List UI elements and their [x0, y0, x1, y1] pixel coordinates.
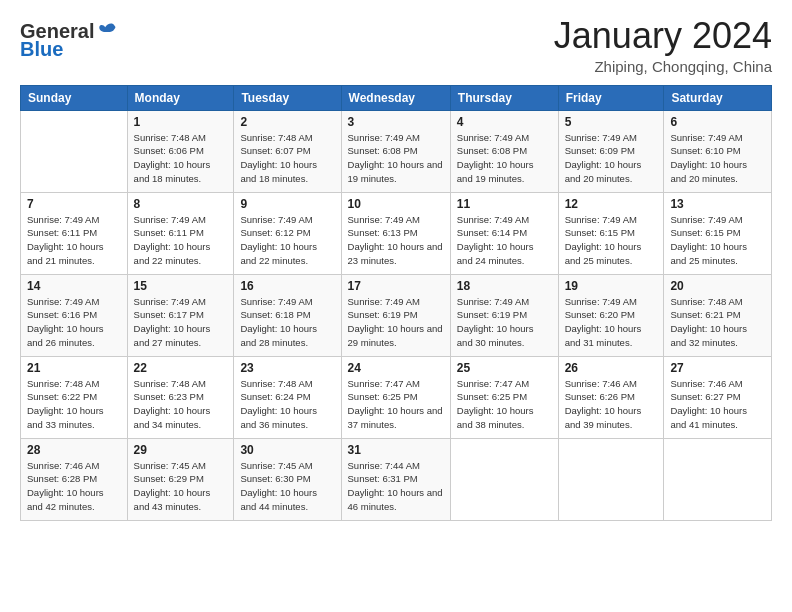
calendar-cell: 22Sunrise: 7:48 AMSunset: 6:23 PMDayligh…: [127, 356, 234, 438]
calendar-header-row: Sunday Monday Tuesday Wednesday Thursday…: [21, 85, 772, 110]
calendar-cell: [450, 438, 558, 520]
calendar-cell: 8Sunrise: 7:49 AMSunset: 6:11 PMDaylight…: [127, 192, 234, 274]
calendar-cell: 19Sunrise: 7:49 AMSunset: 6:20 PMDayligh…: [558, 274, 664, 356]
day-number: 25: [457, 361, 552, 375]
day-number: 24: [348, 361, 444, 375]
calendar-cell: 1Sunrise: 7:48 AMSunset: 6:06 PMDaylight…: [127, 110, 234, 192]
calendar-week-row-1: 7Sunrise: 7:49 AMSunset: 6:11 PMDaylight…: [21, 192, 772, 274]
calendar-cell: 31Sunrise: 7:44 AMSunset: 6:31 PMDayligh…: [341, 438, 450, 520]
calendar-cell: [558, 438, 664, 520]
day-number: 22: [134, 361, 228, 375]
day-number: 3: [348, 115, 444, 129]
day-detail: Sunrise: 7:49 AMSunset: 6:09 PMDaylight:…: [565, 131, 658, 186]
day-number: 28: [27, 443, 121, 457]
day-detail: Sunrise: 7:49 AMSunset: 6:11 PMDaylight:…: [134, 213, 228, 268]
calendar-cell: 20Sunrise: 7:48 AMSunset: 6:21 PMDayligh…: [664, 274, 772, 356]
calendar-cell: 2Sunrise: 7:48 AMSunset: 6:07 PMDaylight…: [234, 110, 341, 192]
calendar-cell: 6Sunrise: 7:49 AMSunset: 6:10 PMDaylight…: [664, 110, 772, 192]
day-number: 20: [670, 279, 765, 293]
day-number: 16: [240, 279, 334, 293]
calendar-week-row-2: 14Sunrise: 7:49 AMSunset: 6:16 PMDayligh…: [21, 274, 772, 356]
calendar-cell: 28Sunrise: 7:46 AMSunset: 6:28 PMDayligh…: [21, 438, 128, 520]
day-detail: Sunrise: 7:45 AMSunset: 6:30 PMDaylight:…: [240, 459, 334, 514]
day-number: 15: [134, 279, 228, 293]
calendar-cell: 12Sunrise: 7:49 AMSunset: 6:15 PMDayligh…: [558, 192, 664, 274]
day-detail: Sunrise: 7:46 AMSunset: 6:28 PMDaylight:…: [27, 459, 121, 514]
day-detail: Sunrise: 7:46 AMSunset: 6:26 PMDaylight:…: [565, 377, 658, 432]
col-saturday: Saturday: [664, 85, 772, 110]
day-detail: Sunrise: 7:48 AMSunset: 6:22 PMDaylight:…: [27, 377, 121, 432]
calendar-cell: 9Sunrise: 7:49 AMSunset: 6:12 PMDaylight…: [234, 192, 341, 274]
calendar-cell: 5Sunrise: 7:49 AMSunset: 6:09 PMDaylight…: [558, 110, 664, 192]
day-detail: Sunrise: 7:46 AMSunset: 6:27 PMDaylight:…: [670, 377, 765, 432]
day-detail: Sunrise: 7:48 AMSunset: 6:23 PMDaylight:…: [134, 377, 228, 432]
header: General Blue January 2024 Zhiping, Chong…: [20, 16, 772, 75]
day-number: 7: [27, 197, 121, 211]
day-detail: Sunrise: 7:49 AMSunset: 6:18 PMDaylight:…: [240, 295, 334, 350]
calendar-cell: 21Sunrise: 7:48 AMSunset: 6:22 PMDayligh…: [21, 356, 128, 438]
day-number: 12: [565, 197, 658, 211]
day-detail: Sunrise: 7:49 AMSunset: 6:15 PMDaylight:…: [565, 213, 658, 268]
calendar-cell: 27Sunrise: 7:46 AMSunset: 6:27 PMDayligh…: [664, 356, 772, 438]
calendar-cell: 10Sunrise: 7:49 AMSunset: 6:13 PMDayligh…: [341, 192, 450, 274]
day-detail: Sunrise: 7:49 AMSunset: 6:08 PMDaylight:…: [457, 131, 552, 186]
calendar-cell: 13Sunrise: 7:49 AMSunset: 6:15 PMDayligh…: [664, 192, 772, 274]
day-number: 11: [457, 197, 552, 211]
col-monday: Monday: [127, 85, 234, 110]
page: General Blue January 2024 Zhiping, Chong…: [0, 0, 792, 612]
day-number: 8: [134, 197, 228, 211]
calendar-cell: 24Sunrise: 7:47 AMSunset: 6:25 PMDayligh…: [341, 356, 450, 438]
day-detail: Sunrise: 7:49 AMSunset: 6:14 PMDaylight:…: [457, 213, 552, 268]
col-tuesday: Tuesday: [234, 85, 341, 110]
day-number: 10: [348, 197, 444, 211]
day-detail: Sunrise: 7:49 AMSunset: 6:19 PMDaylight:…: [457, 295, 552, 350]
day-number: 4: [457, 115, 552, 129]
day-number: 19: [565, 279, 658, 293]
day-detail: Sunrise: 7:44 AMSunset: 6:31 PMDaylight:…: [348, 459, 444, 514]
calendar-cell: [21, 110, 128, 192]
day-detail: Sunrise: 7:45 AMSunset: 6:29 PMDaylight:…: [134, 459, 228, 514]
day-detail: Sunrise: 7:48 AMSunset: 6:24 PMDaylight:…: [240, 377, 334, 432]
calendar-cell: 17Sunrise: 7:49 AMSunset: 6:19 PMDayligh…: [341, 274, 450, 356]
calendar-cell: 4Sunrise: 7:49 AMSunset: 6:08 PMDaylight…: [450, 110, 558, 192]
day-number: 1: [134, 115, 228, 129]
calendar-cell: 23Sunrise: 7:48 AMSunset: 6:24 PMDayligh…: [234, 356, 341, 438]
day-detail: Sunrise: 7:49 AMSunset: 6:17 PMDaylight:…: [134, 295, 228, 350]
day-detail: Sunrise: 7:49 AMSunset: 6:11 PMDaylight:…: [27, 213, 121, 268]
calendar-cell: 30Sunrise: 7:45 AMSunset: 6:30 PMDayligh…: [234, 438, 341, 520]
day-number: 26: [565, 361, 658, 375]
col-sunday: Sunday: [21, 85, 128, 110]
day-number: 5: [565, 115, 658, 129]
logo: General Blue: [20, 20, 118, 60]
calendar-cell: 14Sunrise: 7:49 AMSunset: 6:16 PMDayligh…: [21, 274, 128, 356]
logo-bird-icon: [96, 20, 118, 42]
day-detail: Sunrise: 7:49 AMSunset: 6:15 PMDaylight:…: [670, 213, 765, 268]
day-detail: Sunrise: 7:49 AMSunset: 6:20 PMDaylight:…: [565, 295, 658, 350]
calendar-week-row-3: 21Sunrise: 7:48 AMSunset: 6:22 PMDayligh…: [21, 356, 772, 438]
calendar-cell: 29Sunrise: 7:45 AMSunset: 6:29 PMDayligh…: [127, 438, 234, 520]
day-detail: Sunrise: 7:49 AMSunset: 6:08 PMDaylight:…: [348, 131, 444, 186]
col-friday: Friday: [558, 85, 664, 110]
day-number: 21: [27, 361, 121, 375]
day-detail: Sunrise: 7:49 AMSunset: 6:12 PMDaylight:…: [240, 213, 334, 268]
calendar-week-row-4: 28Sunrise: 7:46 AMSunset: 6:28 PMDayligh…: [21, 438, 772, 520]
month-title: January 2024: [554, 16, 772, 56]
day-detail: Sunrise: 7:49 AMSunset: 6:13 PMDaylight:…: [348, 213, 444, 268]
day-detail: Sunrise: 7:47 AMSunset: 6:25 PMDaylight:…: [457, 377, 552, 432]
title-block: January 2024 Zhiping, Chongqing, China: [554, 16, 772, 75]
day-detail: Sunrise: 7:48 AMSunset: 6:21 PMDaylight:…: [670, 295, 765, 350]
day-number: 17: [348, 279, 444, 293]
calendar-cell: 11Sunrise: 7:49 AMSunset: 6:14 PMDayligh…: [450, 192, 558, 274]
calendar-week-row-0: 1Sunrise: 7:48 AMSunset: 6:06 PMDaylight…: [21, 110, 772, 192]
day-number: 30: [240, 443, 334, 457]
day-number: 27: [670, 361, 765, 375]
calendar-cell: 25Sunrise: 7:47 AMSunset: 6:25 PMDayligh…: [450, 356, 558, 438]
day-number: 13: [670, 197, 765, 211]
col-thursday: Thursday: [450, 85, 558, 110]
day-detail: Sunrise: 7:49 AMSunset: 6:19 PMDaylight:…: [348, 295, 444, 350]
day-detail: Sunrise: 7:49 AMSunset: 6:16 PMDaylight:…: [27, 295, 121, 350]
calendar-table: Sunday Monday Tuesday Wednesday Thursday…: [20, 85, 772, 521]
day-number: 14: [27, 279, 121, 293]
calendar-cell: 16Sunrise: 7:49 AMSunset: 6:18 PMDayligh…: [234, 274, 341, 356]
location-subtitle: Zhiping, Chongqing, China: [554, 58, 772, 75]
